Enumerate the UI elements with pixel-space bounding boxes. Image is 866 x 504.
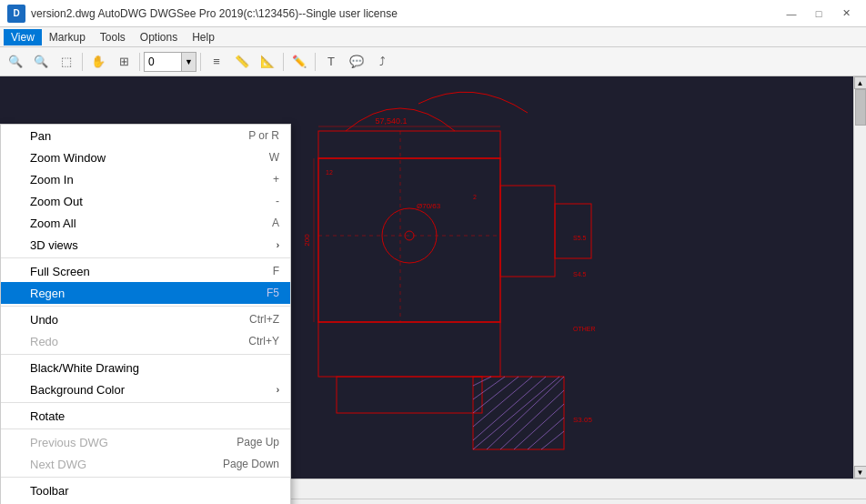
- scroll-down-btn[interactable]: ▼: [854, 466, 867, 479]
- scroll-thumb-v[interactable]: [855, 89, 866, 126]
- menu-label-zoomWindow: Zoom Window: [30, 151, 251, 165]
- menu-item-zoomAll[interactable]: Zoom AllA: [1, 212, 290, 234]
- menu-label-zoomIn: Zoom In: [30, 173, 255, 186]
- menu-item-rotate[interactable]: Rotate: [1, 405, 290, 427]
- menu-divider: [1, 477, 290, 478]
- menu-shortcut-pan: P or R: [248, 129, 279, 142]
- menu-label-toolbar: Toolbar: [30, 484, 279, 498]
- pan-toolbar-btn[interactable]: ✋: [86, 51, 110, 73]
- scroll-up-btn[interactable]: ▲: [854, 76, 867, 89]
- minimize-button[interactable]: —: [779, 5, 804, 23]
- menu-label-fullScreen: Full Screen: [30, 265, 255, 278]
- menu-label-views3d: 3D views: [30, 238, 269, 252]
- svg-text:200: 200: [303, 234, 311, 247]
- menu-item-fullScreen[interactable]: Full ScreenF: [1, 260, 290, 282]
- menu-shortcut-zoomWindow: W: [269, 151, 279, 164]
- main-area: 57,540.1 Ø70/63 200 1: [0, 76, 866, 479]
- zoom-in-toolbar-btn[interactable]: 🔍: [29, 51, 53, 73]
- ruler-toolbar-btn[interactable]: 📏: [230, 51, 254, 73]
- zoom-input[interactable]: [145, 53, 181, 71]
- close-button[interactable]: ✕: [833, 5, 859, 23]
- menu-item-regen[interactable]: RegenF5: [1, 282, 290, 304]
- menu-item-help[interactable]: Help: [185, 29, 222, 45]
- menu-shortcut-zoomIn: +: [273, 173, 279, 186]
- svg-text:OTHER: OTHER: [573, 326, 596, 332]
- menu-divider: [1, 306, 290, 307]
- svg-text:Ø70/63: Ø70/63: [417, 202, 441, 210]
- menu-shortcut-zoomOut: -: [276, 195, 279, 207]
- separator-4: [283, 53, 284, 71]
- menu-item-undo[interactable]: UndoCtrl+Z: [1, 308, 290, 330]
- title-bar-controls: — □ ✕: [779, 5, 859, 23]
- menu-item-blackWhite[interactable]: Black/White Drawing: [1, 357, 290, 378]
- zoom-out-toolbar-btn[interactable]: 🔍: [4, 51, 27, 73]
- menu-label-rotate: Rotate: [30, 409, 279, 423]
- title-bar: D version2.dwg AutoDWG DWGSee Pro 2019(c…: [0, 0, 866, 27]
- menu-item-toolbar[interactable]: Toolbar: [1, 479, 290, 501]
- comment-toolbar-btn[interactable]: 💬: [345, 51, 368, 73]
- menu-arrow-views3d: ›: [277, 240, 279, 250]
- menu-shortcut-regen: F5: [267, 287, 279, 299]
- menu-label-pan: Pan: [30, 129, 230, 143]
- menu-label-regen: Regen: [30, 287, 248, 300]
- svg-text:S3.05: S3.05: [573, 416, 592, 424]
- app-logo: D: [7, 5, 25, 23]
- menu-divider: [1, 354, 290, 355]
- toolbar: 🔍 🔍 ⬚ ✋ ⊞ ▼ ≡ 📏 📐 ✏️ T 💬 ⤴: [0, 47, 866, 76]
- menu-item-zoomOut[interactable]: Zoom Out-: [1, 190, 290, 212]
- menu-item-pan[interactable]: PanP or R: [1, 125, 290, 146]
- pen-toolbar-btn[interactable]: ✏️: [287, 51, 311, 73]
- menu-shortcut-redo: Ctrl+Y: [248, 335, 279, 348]
- menu-item-prevDWG: Previous DWGPage Up: [1, 431, 290, 453]
- menu-divider: [1, 257, 290, 258]
- menu-item-zoomIn[interactable]: Zoom In+: [1, 168, 290, 190]
- menu-item-views3d[interactable]: 3D views›: [1, 234, 290, 256]
- menu-label-undo: Undo: [30, 313, 231, 327]
- properties-toolbar-btn[interactable]: ⊞: [112, 51, 136, 73]
- separator-2: [139, 53, 140, 71]
- menu-arrow-bgColor: ›: [277, 385, 279, 395]
- menu-shortcut-undo: Ctrl+Z: [249, 313, 279, 326]
- separator-5: [315, 53, 316, 71]
- menu-item-nextDWG: Next DWGPage Down: [1, 453, 290, 475]
- separator-3: [200, 53, 201, 71]
- menu-label-blackWhite: Black/White Drawing: [30, 361, 279, 375]
- text-toolbar-btn[interactable]: T: [319, 51, 343, 73]
- layer-toolbar-btn[interactable]: ≡: [205, 51, 228, 73]
- vertical-scrollbar[interactable]: ▲ ▼: [853, 76, 866, 479]
- menu-item-view[interactable]: View: [4, 29, 42, 45]
- menu-shortcut-nextDWG: Page Down: [223, 458, 279, 470]
- export-toolbar-btn[interactable]: ⤴: [370, 51, 394, 73]
- maximize-button[interactable]: □: [806, 5, 831, 23]
- zoom-dropdown-btn[interactable]: ▼: [181, 53, 196, 71]
- menu-label-bgColor: Background Color: [30, 383, 269, 397]
- svg-text:S4.5: S4.5: [573, 271, 587, 277]
- title-bar-text: version2.dwg AutoDWG DWGSee Pro 2019(c:\…: [31, 7, 779, 20]
- menu-shortcut-fullScreen: F: [273, 265, 279, 277]
- scroll-track-v[interactable]: [854, 89, 866, 466]
- menu-divider: [1, 428, 290, 429]
- menu-shortcut-zoomAll: A: [272, 217, 279, 229]
- svg-text:12: 12: [326, 169, 333, 176]
- menu-shortcut-prevDWG: Page Up: [237, 436, 279, 449]
- menu-item-bgColor[interactable]: Background Color›: [1, 378, 290, 400]
- menu-item-zoomWindow[interactable]: Zoom WindowW: [1, 146, 290, 168]
- menu-item-markup[interactable]: Markup: [42, 29, 93, 45]
- menu-label-zoomAll: Zoom All: [30, 217, 254, 230]
- svg-text:S5.5: S5.5: [573, 235, 587, 241]
- menu-label-nextDWG: Next DWG: [30, 458, 205, 471]
- menu-item-tools[interactable]: Tools: [93, 29, 133, 45]
- separator-1: [82, 53, 83, 71]
- zoom-window-toolbar-btn[interactable]: ⬚: [55, 51, 78, 73]
- menu-label-redo: Redo: [30, 335, 230, 348]
- svg-text:2: 2: [473, 194, 477, 200]
- measure-toolbar-btn[interactable]: 📐: [256, 51, 279, 73]
- menu-item-redo: RedoCtrl+Y: [1, 330, 290, 352]
- menu-bar: View Markup Tools Options Help: [0, 27, 866, 47]
- menu-divider: [1, 402, 290, 403]
- zoom-input-group: ▼: [144, 52, 196, 72]
- view-dropdown-menu: PanP or RZoom WindowWZoom In+Zoom Out-Zo…: [0, 124, 291, 504]
- svg-text:57,540.1: 57,540.1: [375, 116, 407, 126]
- menu-label-prevDWG: Previous DWG: [30, 436, 218, 449]
- menu-item-options[interactable]: Options: [133, 29, 185, 45]
